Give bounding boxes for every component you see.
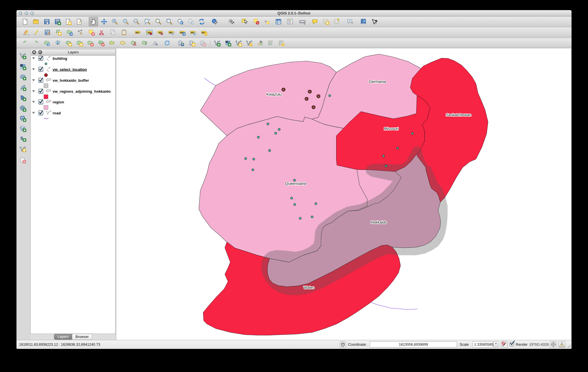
svg-text:?: ? [375,19,378,24]
svg-text:region: region [53,100,64,104]
svg-text:vw_hokkaido_buffer: vw_hokkaido_buffer [53,78,89,83]
svg-text:T: T [349,20,351,23]
svg-text:?: ? [364,20,365,23]
svg-text:KwaZulu: KwaZulu [266,92,281,96]
svg-text:ε: ε [265,19,267,23]
svg-text:vw_regions_adjoining_hokkaido: vw_regions_adjoining_hokkaido [53,89,111,94]
svg-text:road: road [53,111,61,115]
svg-text:Missouri: Missouri [384,127,398,131]
svg-text:9: 9 [21,136,23,141]
svg-text:Wales: Wales [304,285,314,290]
svg-text:Queensland: Queensland [285,181,306,186]
svg-text:Saskatchewan: Saskatchewan [446,113,471,117]
svg-text:abc: abc [136,31,139,34]
svg-text:vw_select_location: vw_select_location [53,67,87,72]
svg-text:Hokkaido: Hokkaido [371,220,387,224]
svg-text:1:1: 1:1 [134,20,137,22]
svg-text:building: building [53,56,67,61]
svg-text:Germania: Germania [369,79,386,84]
